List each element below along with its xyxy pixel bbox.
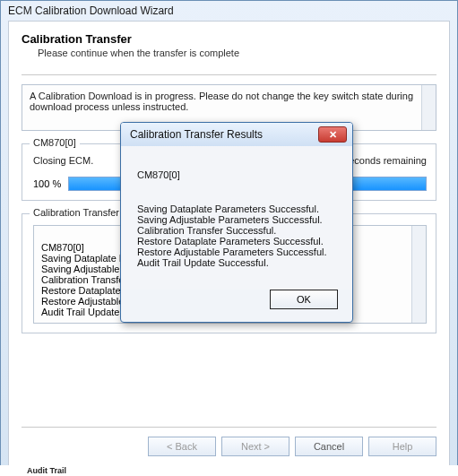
warning-text: A Calibration Download is in progress. P… [30,91,413,112]
wizard-subheading: Please continue when the transfer is com… [38,48,436,58]
dialog-button-row: OK [121,290,352,322]
dialog-lines: Saving Dataplate Parameters Successful. … [137,203,336,268]
cancel-button[interactable]: Cancel [295,437,363,456]
footer-bar: Audit Trail [0,465,458,476]
dialog-device: CM870[0] [137,169,336,180]
help-button[interactable]: Help [368,437,436,456]
progress-label: 100 % [33,178,61,189]
scrollbar[interactable] [421,85,436,130]
window-titlebar[interactable]: ECM Calibration Download Wizard [1,1,457,21]
status-left: Closing ECM. [33,155,93,166]
ok-button[interactable]: OK [270,290,338,309]
divider [22,74,436,75]
back-button[interactable]: < Back [148,437,216,456]
wizard-header: Calibration Transfer Please continue whe… [22,32,436,69]
window-title: ECM Calibration Download Wizard [8,4,174,17]
results-dialog: Calibration Transfer Results ✕ CM870[0] … [120,122,353,323]
close-icon[interactable]: ✕ [318,126,347,143]
footer-label: Audit Trail [27,466,66,475]
dialog-body: CM870[0] Saving Dataplate Parameters Suc… [121,146,352,290]
scrollbar[interactable] [411,226,426,323]
next-button[interactable]: Next > [221,437,289,456]
wizard-buttons: < Back Next > Cancel Help [22,427,436,456]
dialog-titlebar[interactable]: Calibration Transfer Results ✕ [121,123,352,146]
device-legend: CM870[0] [30,137,80,148]
dialog-title: Calibration Transfer Results [130,128,263,141]
log-legend: Calibration Transfer [30,207,123,218]
wizard-heading: Calibration Transfer [22,32,436,46]
